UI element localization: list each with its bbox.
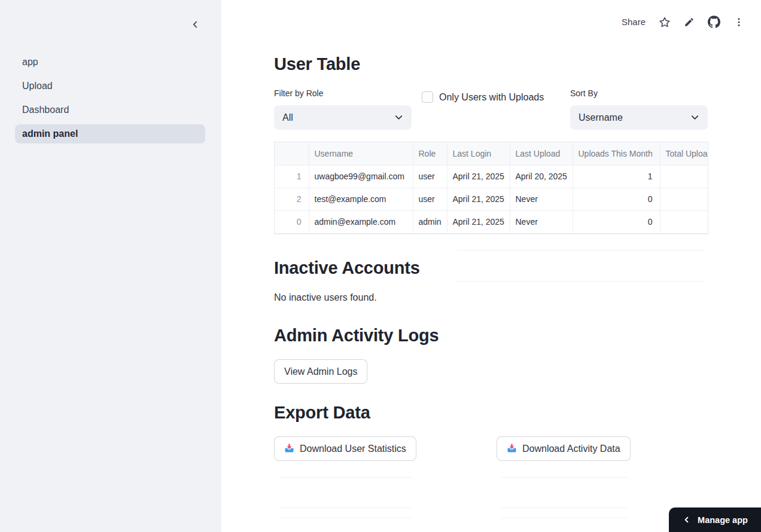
sidebar-nav-item[interactable]: Dashboard xyxy=(15,100,205,120)
cell-role[interactable]: user xyxy=(413,165,447,188)
table-column-header[interactable]: Total Uploads xyxy=(660,142,708,165)
placeholder-line xyxy=(501,518,628,518)
table-column-header[interactable]: Username xyxy=(309,142,413,165)
export-data-heading: Export Data xyxy=(274,402,370,423)
filter-by-role-field: Filter by Role All xyxy=(274,88,412,99)
placeholder-line xyxy=(501,477,628,478)
cell-uploads-this-month[interactable]: 1 xyxy=(573,165,660,188)
placeholder-line xyxy=(456,281,704,282)
download-user-statistics-button[interactable]: Download User Statistics xyxy=(274,436,416,461)
download-activity-data-button[interactable]: Download Activity Data xyxy=(497,436,631,461)
view-admin-logs-button[interactable]: View Admin Logs xyxy=(274,359,367,384)
user-table-grid: Username Role Last Login Last Upload Upl… xyxy=(275,142,708,234)
inactive-accounts-message: No inactive users found. xyxy=(274,292,377,303)
placeholder-line xyxy=(456,250,704,250)
chevron-left-icon xyxy=(190,19,200,30)
table-column-header[interactable] xyxy=(275,142,309,165)
placeholder-line xyxy=(501,507,628,508)
sort-by-label: Sort By xyxy=(570,88,708,99)
cell-username[interactable]: uwagboe99@gmail.com xyxy=(309,165,413,188)
sidebar-nav-item[interactable]: app xyxy=(15,53,205,72)
filter-by-role-value: All xyxy=(282,112,293,123)
cell-last-login[interactable]: April 21, 2025 xyxy=(447,210,510,233)
placeholder-line xyxy=(279,518,412,518)
cell-last-upload[interactable]: April 20, 2025 xyxy=(510,165,573,188)
chevron-left-icon xyxy=(682,515,691,524)
cell-index[interactable]: 0 xyxy=(275,210,309,233)
only-users-with-uploads-label[interactable]: Only Users with Uploads xyxy=(439,92,544,103)
download-icon xyxy=(284,444,294,454)
sidebar-nav-item[interactable]: Upload xyxy=(15,77,205,96)
cell-total-uploads[interactable] xyxy=(660,188,708,210)
manage-app-button[interactable]: Manage app xyxy=(669,507,761,532)
cell-last-login[interactable]: April 21, 2025 xyxy=(447,188,510,210)
placeholder-line xyxy=(279,477,412,478)
filter-by-role-select[interactable]: All xyxy=(274,105,412,130)
sidebar-nav-item[interactable]: admin panel xyxy=(15,124,205,143)
cell-last-upload[interactable]: Never xyxy=(510,210,573,233)
table-column-header[interactable]: Last Upload xyxy=(510,142,573,165)
admin-activity-logs-heading: Admin Activity Logs xyxy=(274,325,439,346)
user-table-heading: User Table xyxy=(274,54,360,74)
download-activity-data-label: Download Activity Data xyxy=(522,444,620,454)
cell-role[interactable]: user xyxy=(413,188,447,210)
sort-by-select[interactable]: Username xyxy=(570,105,708,130)
overflow-menu-icon[interactable] xyxy=(733,17,744,27)
table-column-header[interactable]: Last Login xyxy=(447,142,510,165)
only-users-with-uploads-checkbox[interactable] xyxy=(422,91,433,103)
cell-uploads-this-month[interactable]: 0 xyxy=(573,188,660,210)
inactive-accounts-heading: Inactive Accounts xyxy=(274,258,420,278)
view-admin-logs-label: View Admin Logs xyxy=(284,366,357,377)
share-button[interactable]: Share xyxy=(622,17,646,27)
main-content: User Table Filter by Role All Only Users… xyxy=(274,0,708,532)
manage-app-label: Manage app xyxy=(698,515,748,525)
sort-by-field: Sort By Username xyxy=(570,88,708,99)
chevron-down-icon xyxy=(689,112,701,123)
filter-by-role-label: Filter by Role xyxy=(274,88,412,99)
chevron-down-icon xyxy=(393,112,404,123)
only-users-with-uploads-option[interactable]: Only Users with Uploads xyxy=(422,91,544,103)
table-row: 2 test@example.com user April 21, 2025 N… xyxy=(275,188,708,210)
sidebar: app Upload Dashboard admin panel xyxy=(0,0,221,532)
cell-username[interactable]: test@example.com xyxy=(309,188,413,210)
cell-last-upload[interactable]: Never xyxy=(510,188,573,210)
cell-role[interactable]: admin xyxy=(413,210,447,233)
edit-icon[interactable] xyxy=(684,17,695,27)
github-icon[interactable] xyxy=(708,16,720,28)
table-column-header[interactable]: Uploads This Month xyxy=(573,142,660,165)
sidebar-collapse-button[interactable] xyxy=(188,17,202,32)
filters-row: Filter by Role All Only Users with Uploa… xyxy=(274,88,708,130)
cell-uploads-this-month[interactable]: 0 xyxy=(573,210,660,233)
table-header-row: Username Role Last Login Last Upload Upl… xyxy=(275,142,708,165)
cell-last-login[interactable]: April 21, 2025 xyxy=(447,165,510,188)
table-column-header[interactable]: Role xyxy=(413,142,447,165)
star-icon[interactable] xyxy=(659,16,671,28)
table-row: 1 uwagboe99@gmail.com user April 21, 202… xyxy=(275,165,708,188)
download-icon xyxy=(507,444,517,454)
cell-total-uploads[interactable] xyxy=(660,210,708,233)
cell-username[interactable]: admin@example.com xyxy=(309,210,413,233)
sidebar-nav: app Upload Dashboard admin panel xyxy=(15,53,205,148)
cell-index[interactable]: 2 xyxy=(275,188,309,210)
app-toolbar: Share xyxy=(622,16,744,28)
placeholder-line xyxy=(279,507,412,508)
table-row: 0 admin@example.com admin April 21, 2025… xyxy=(275,210,708,233)
sort-by-value: Username xyxy=(579,112,623,123)
user-table[interactable]: Username Role Last Login Last Upload Upl… xyxy=(274,142,708,234)
download-user-statistics-label: Download User Statistics xyxy=(300,444,406,454)
cell-total-uploads[interactable] xyxy=(660,165,708,188)
cell-index[interactable]: 1 xyxy=(275,165,309,188)
